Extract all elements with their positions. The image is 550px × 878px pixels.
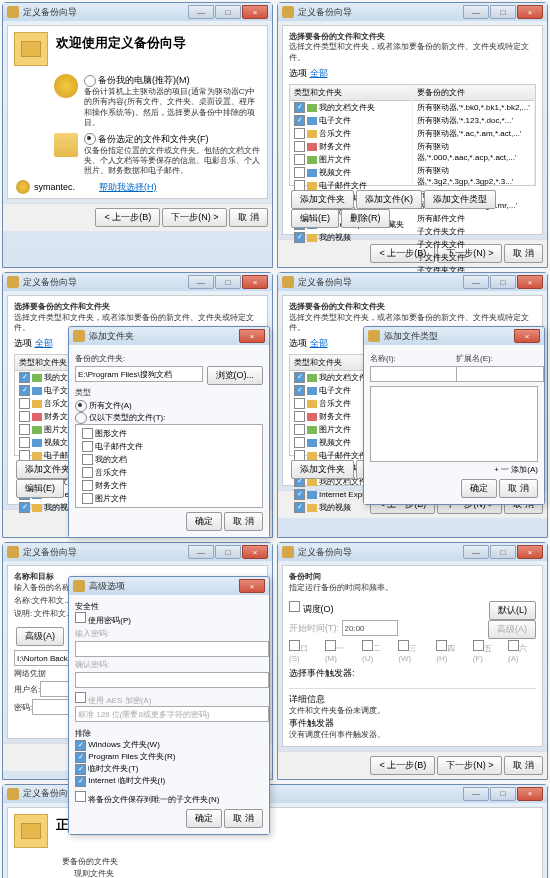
type-item[interactable]: 财务文件 [78, 479, 260, 492]
radio-backup-selected[interactable] [84, 133, 96, 145]
table-row[interactable]: 子文件夹文件 [413, 251, 535, 264]
row-checkbox[interactable] [19, 424, 30, 435]
type-checkbox[interactable] [82, 428, 93, 439]
help-link[interactable]: 帮助我选择(H) [99, 181, 157, 194]
edit-button[interactable]: 编辑(E) [291, 209, 339, 228]
row-checkbox[interactable] [294, 398, 305, 409]
ex-checkbox[interactable] [75, 752, 86, 763]
add-folder-button[interactable]: 添加文件夹 [291, 460, 354, 479]
radio-backup-computer[interactable] [84, 75, 96, 87]
type-item[interactable]: 音乐文件 [78, 466, 260, 479]
default-button[interactable]: 默认(L) [489, 601, 536, 620]
minimize-button[interactable]: — [188, 5, 214, 19]
advanced-button[interactable]: 高级(A) [16, 627, 64, 646]
row-checkbox[interactable] [294, 437, 305, 448]
unique-subfolder-checkbox[interactable] [75, 791, 86, 802]
close-button[interactable]: × [242, 5, 268, 19]
table-row[interactable]: 所有驱动器,'*.000,*.aac,*.acp,*.act,...' [413, 140, 535, 164]
maximize-button[interactable]: □ [490, 787, 516, 801]
row-checkbox[interactable] [19, 437, 30, 448]
table-row[interactable]: 我的文档文件夹 [290, 101, 412, 114]
schedule-checkbox[interactable] [289, 601, 300, 612]
row-checkbox[interactable] [294, 411, 305, 422]
ext-list[interactable] [370, 386, 538, 462]
minimize-button[interactable]: — [463, 275, 489, 289]
table-row[interactable]: 所有邮件文件 [413, 212, 535, 225]
ok-button[interactable]: 确定 [186, 809, 222, 828]
maximize-button[interactable]: □ [490, 5, 516, 19]
type-item[interactable]: 图片文件 [78, 492, 260, 505]
row-checkbox[interactable] [294, 502, 305, 513]
row-checkbox[interactable] [294, 385, 305, 396]
type-item[interactable]: 图形文件 [78, 427, 260, 440]
cancel-button[interactable]: 取 消 [224, 512, 263, 531]
ext-input[interactable] [456, 366, 544, 382]
table-row[interactable]: 我的视频 [290, 231, 412, 244]
next-button[interactable]: 下一步(N) > [437, 756, 502, 775]
row-checkbox[interactable] [19, 398, 30, 409]
type-checkbox[interactable] [82, 480, 93, 491]
cancel-button[interactable]: 取 消 [224, 809, 263, 828]
type-checkbox[interactable] [82, 467, 93, 478]
dialog-close[interactable]: × [514, 329, 540, 343]
minimize-button[interactable]: — [463, 787, 489, 801]
add-ext-button[interactable]: + 一 添加(A) [494, 465, 538, 474]
radio-selected-types[interactable] [75, 412, 87, 424]
table-row[interactable]: 子文件夹文件 [413, 225, 535, 238]
maximize-button[interactable]: □ [215, 545, 241, 559]
advanced-button[interactable]: 高级(A) [488, 620, 536, 639]
close-button[interactable]: × [242, 275, 268, 289]
table-row[interactable]: 视频文件 [290, 166, 412, 179]
row-checkbox[interactable] [294, 489, 305, 500]
close-button[interactable]: × [517, 275, 543, 289]
select-all-link[interactable]: 全部 [310, 68, 328, 78]
radio-all-files[interactable] [75, 400, 87, 412]
prev-button[interactable]: < 上一步(B) [95, 208, 160, 227]
minimize-button[interactable]: — [463, 5, 489, 19]
table-row[interactable]: 财务文件 [290, 140, 412, 153]
row-checkbox[interactable] [294, 424, 305, 435]
row-checkbox[interactable] [294, 128, 305, 139]
maximize-button[interactable]: □ [490, 545, 516, 559]
row-checkbox[interactable] [294, 154, 305, 165]
table-row[interactable]: 所有驱动器,'*.ac,*.am,*.act,...' [413, 127, 535, 140]
edit-button[interactable]: 编辑(E) [16, 479, 64, 498]
ok-button[interactable]: 确定 [461, 479, 497, 498]
row-checkbox[interactable] [19, 411, 30, 422]
table-row[interactable]: 图片文件 [290, 153, 412, 166]
type-checkbox[interactable] [82, 441, 93, 452]
table-row[interactable]: 所有驱动器,'*.3g2,*.3gp,*.3gp2,*.3...' [413, 164, 535, 188]
cancel-button[interactable]: 取 消 [504, 756, 543, 775]
row-checkbox[interactable] [19, 502, 30, 513]
cancel-button[interactable]: 取 消 [229, 208, 268, 227]
minimize-button[interactable]: — [188, 275, 214, 289]
add-folder-button[interactable]: 添加文件夹 [291, 190, 354, 209]
close-button[interactable]: × [517, 545, 543, 559]
table-row[interactable]: 子文件夹文件 [413, 238, 535, 251]
table-row[interactable]: 音乐文件 [290, 127, 412, 140]
maximize-button[interactable]: □ [215, 5, 241, 19]
maximize-button[interactable]: □ [490, 275, 516, 289]
row-checkbox[interactable] [294, 167, 305, 178]
name-input[interactable] [370, 366, 458, 382]
use-pwd-checkbox[interactable] [75, 612, 86, 623]
table-row[interactable]: 所有驱动器,'*.123,*.doc,*...' [413, 114, 535, 127]
row-checkbox[interactable] [294, 102, 305, 113]
folder-path-input[interactable] [75, 366, 203, 382]
minimize-button[interactable]: — [463, 545, 489, 559]
dialog-close[interactable]: × [239, 329, 265, 343]
minimize-button[interactable]: — [188, 545, 214, 559]
select-all-link[interactable]: 全部 [310, 338, 328, 348]
add-file-button[interactable]: 添加文件(K) [356, 190, 422, 209]
close-button[interactable]: × [242, 545, 268, 559]
browse-button[interactable]: 浏览(O)... [207, 366, 264, 385]
close-button[interactable]: × [517, 787, 543, 801]
ex-checkbox[interactable] [75, 740, 86, 751]
ex-checkbox[interactable] [75, 764, 86, 775]
maximize-button[interactable]: □ [215, 275, 241, 289]
close-button[interactable]: × [517, 5, 543, 19]
cancel-button[interactable]: 取 消 [499, 479, 538, 498]
type-checkbox[interactable] [82, 493, 93, 504]
row-checkbox[interactable] [19, 385, 30, 396]
type-item[interactable]: 电子邮件文件 [78, 440, 260, 453]
